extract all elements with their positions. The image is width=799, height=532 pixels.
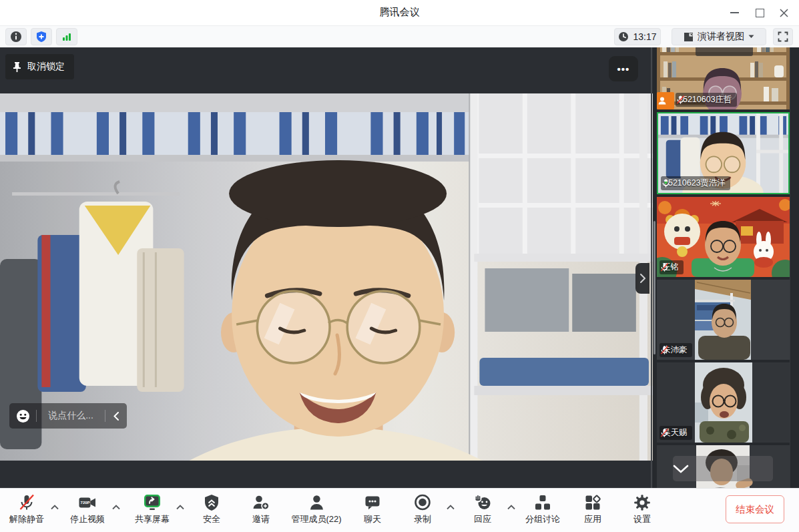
participant-tile-4[interactable]: 朱沛豪 — [657, 280, 790, 360]
chat-icon — [363, 493, 382, 512]
collapse-left-icon — [113, 412, 119, 421]
security-label: 安全 — [203, 513, 220, 525]
bottom-toolbar: 解除静音 720P 停止视频 共享屏幕 安全 邀请 管理成员 — [0, 488, 799, 532]
emoji-icon — [16, 409, 30, 423]
apps-button[interactable]: 应用 — [583, 493, 602, 525]
meeting-security-button[interactable] — [31, 28, 52, 45]
apps-icon — [583, 493, 602, 512]
participant-tile-1[interactable]: 25210603庄哲 — [657, 47, 790, 109]
network-status-button[interactable] — [56, 28, 77, 45]
stop-video-button[interactable]: 720P 停止视频 — [70, 493, 105, 525]
share-screen-label: 共享屏幕 — [135, 513, 170, 525]
end-meeting-button[interactable]: 结束会议 — [726, 495, 784, 523]
member-role-badge — [657, 92, 674, 109]
mic-muted-icon — [659, 428, 670, 438]
title-bar: 腾讯会议 — [0, 0, 799, 26]
shield-plus-icon — [35, 31, 47, 43]
emoji-button[interactable] — [9, 409, 36, 423]
sidebar-collapse-handle[interactable] — [635, 263, 649, 294]
participant-tile-3[interactable]: 王铭 — [657, 197, 790, 277]
chevron-up-icon — [176, 505, 184, 510]
divider — [790, 47, 790, 488]
person-icon — [657, 95, 668, 106]
share-screen-icon — [143, 493, 162, 512]
close-button[interactable] — [772, 3, 795, 23]
chevron-up-icon — [51, 505, 59, 510]
security-button[interactable]: 安全 — [202, 493, 221, 525]
invite-label: 邀请 — [252, 513, 270, 525]
chevron-up-icon — [447, 505, 455, 510]
settings-icon — [633, 493, 651, 512]
share-options-chevron[interactable] — [176, 501, 184, 513]
collapse-message-button[interactable] — [105, 412, 127, 421]
breakout-rooms-label: 分组讨论 — [525, 513, 560, 525]
reactions-button[interactable]: 回应 — [473, 493, 492, 525]
network-signal-icon — [61, 31, 72, 42]
view-mode-dropdown[interactable]: 演讲者视图 — [672, 28, 766, 45]
mic-muted-icon — [659, 345, 670, 355]
pin-icon — [12, 61, 22, 73]
invite-icon — [252, 493, 270, 512]
meeting-timer-button[interactable]: 13:17 — [614, 28, 661, 45]
main-region: 取消锁定 ••• 说点什么... — [0, 47, 799, 488]
minimize-button[interactable] — [723, 3, 746, 23]
scroll-down-icon — [673, 465, 689, 473]
more-options-button[interactable]: ••• — [609, 56, 638, 81]
reactions-options-chevron[interactable] — [507, 501, 515, 513]
reactions-label: 回应 — [474, 513, 491, 525]
stage: 取消锁定 ••• 说点什么... — [0, 47, 653, 488]
share-screen-button[interactable]: 共享屏幕 — [135, 493, 170, 525]
expand-right-icon — [640, 274, 645, 283]
meeting-time: 13:17 — [633, 31, 656, 42]
unmute-label: 解除静音 — [9, 513, 44, 525]
quick-message-bar[interactable]: 说点什么... — [9, 403, 127, 429]
window-title: 腾讯会议 — [0, 6, 799, 19]
chevron-down-icon — [748, 35, 754, 39]
breakout-rooms-button[interactable]: 分组讨论 — [525, 493, 560, 525]
participant-tile-2[interactable]: 25210623贾浩洋 — [657, 112, 790, 194]
chat-button[interactable]: 聊天 — [363, 493, 382, 525]
participant-tile-5[interactable]: 吴天赐 — [657, 362, 790, 443]
participant-label-3: 王铭 — [659, 260, 684, 274]
participant-label-4: 朱沛豪 — [659, 343, 692, 357]
participant-label-1: 25210603庄哲 — [676, 93, 737, 107]
manage-members-label: 管理成员(22) — [291, 513, 341, 525]
mic-muted-icon — [17, 493, 36, 512]
video-options-chevron[interactable] — [112, 501, 120, 513]
video-quality-badge: 720P — [81, 501, 90, 505]
stop-video-label: 停止视频 — [70, 513, 105, 525]
record-button[interactable]: 录制 — [413, 493, 432, 525]
maximize-icon — [756, 9, 764, 17]
audio-options-chevron[interactable] — [51, 501, 59, 513]
invite-button[interactable]: 邀请 — [252, 493, 270, 525]
apps-label: 应用 — [584, 513, 601, 525]
sidebar-scrollbar-thumb[interactable] — [653, 221, 655, 354]
unpin-button[interactable]: 取消锁定 — [5, 54, 74, 79]
minimize-icon — [730, 12, 739, 13]
members-icon — [307, 493, 326, 512]
participant-name: 25210603庄哲 — [678, 94, 732, 105]
maximize-button[interactable] — [748, 3, 771, 23]
scroll-down-button[interactable] — [673, 456, 773, 481]
record-options-chevron[interactable] — [447, 501, 455, 513]
unmute-button[interactable]: 解除静音 — [9, 493, 44, 525]
sidebar-scrollbar-track — [651, 47, 652, 488]
clock-icon — [618, 31, 629, 42]
record-icon — [413, 493, 432, 512]
top-toolbar: 13:17 演讲者视图 — [0, 26, 799, 47]
fullscreen-button[interactable] — [773, 28, 793, 45]
info-icon — [10, 31, 22, 43]
chevron-up-icon — [507, 505, 515, 510]
security-shield-icon — [202, 493, 221, 512]
close-icon — [780, 9, 788, 17]
participant-label-5: 吴天赐 — [659, 426, 692, 440]
participant-tile-6[interactable] — [657, 445, 790, 488]
settings-button[interactable]: 设置 — [633, 493, 651, 525]
record-label: 录制 — [414, 513, 431, 525]
manage-members-button[interactable]: 管理成员(22) — [291, 493, 341, 525]
message-input-placeholder[interactable]: 说点什么... — [37, 410, 105, 422]
mic-muted-icon — [659, 262, 670, 272]
meeting-info-button[interactable] — [5, 28, 27, 45]
settings-label: 设置 — [633, 513, 651, 525]
participant-label-2: 25210623贾浩洋 — [661, 176, 730, 190]
